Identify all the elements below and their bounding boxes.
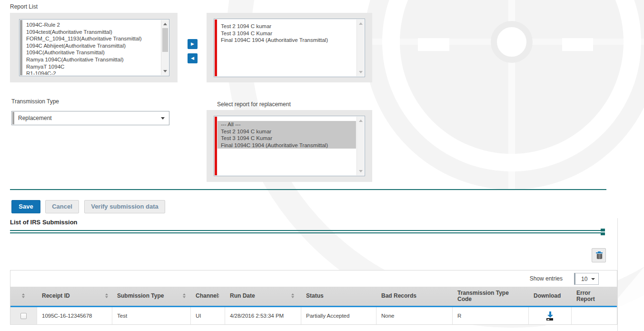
cell-status: Partially Accepted [301,307,376,324]
cell-bad-records: None [376,307,453,324]
listbox-accent-bar-red [215,20,217,76]
report-listbox[interactable]: 1094C-Rule 21094ctest(Authoritative Tran… [19,19,169,76]
header-channel[interactable]: Channel [191,287,225,306]
header-transmission-type-code[interactable]: Transmission Type Code [453,287,529,306]
divider-handle [601,232,605,235]
transmission-type-select[interactable]: Replacement [11,111,169,125]
list-item[interactable]: Ramya 1094C(Authoritative Transmittal) [23,56,160,63]
sort-icon[interactable] [105,293,108,298]
save-button[interactable]: Save [11,200,40,213]
chevron-down-icon [161,117,165,120]
header-error-report[interactable]: Error Report [572,287,618,306]
section-divider [10,189,606,190]
scroll-down-icon[interactable] [359,71,363,73]
cell-error-report [572,307,618,324]
list-item[interactable]: 1094C Abhijeet(Authoritative Transmittal… [23,42,160,50]
scroll-down-icon[interactable] [163,70,167,72]
header-run-date[interactable]: Run Date [225,287,301,306]
list-item[interactable]: 1094ctest(Authoritative Transmittal) [23,29,160,36]
list-item-selected[interactable]: Test 2 1094 C kumar [218,128,356,135]
header-download[interactable]: Download [529,287,572,306]
list-item-selected[interactable]: Test 3 1094 C Kumar [218,135,356,142]
trash-icon [596,252,603,253]
heading-divider-bottom [10,232,602,233]
table-toolbar: Show entries 10 [10,271,617,287]
row-select-cell [10,307,37,324]
select-accent-bar [12,112,14,124]
sort-icon[interactable] [22,293,25,298]
listbox-accent-bar [20,20,22,75]
scroll-up-icon[interactable] [359,120,363,122]
list-item[interactable]: Final 1094C 1904 (Authoritative Transmit… [218,37,356,44]
list-item-selected[interactable]: Final 1094C 1904 (Authoritative Transmit… [218,142,356,149]
replacement-items: --- All ---Test 2 1094 C kumarTest 3 109… [218,121,356,175]
scroll-up-icon[interactable] [163,23,167,25]
report-list-items: 1094C-Rule 21094ctest(Authoritative Tran… [23,21,160,75]
selected-reports-items: Test 2 1094 C kumarTest 3 1094 C KumarFi… [218,23,356,76]
replacement-panel: --- All ---Test 2 1094 C kumarTest 3 109… [207,110,372,182]
cell-receipt-id: 1095C-16-12345678 [37,307,112,324]
list-item[interactable]: Test 3 1094 C Kumar [218,30,356,37]
header-receipt-id[interactable]: Receipt ID [37,287,112,306]
cell-submission-type: Test [112,307,191,324]
irs-submission-heading: List of IRS Submission [10,219,78,226]
list-item[interactable]: 1094C-Rule 2 [23,21,160,29]
selected-reports-panel: Test 2 1094 C kumarTest 3 1094 C KumarFi… [207,13,372,82]
transmission-type-label: Transmission Type [11,98,59,105]
cell-channel: UI [191,307,225,324]
replacement-listbox[interactable]: --- All ---Test 2 1094 C kumarTest 3 109… [214,116,365,176]
delete-submissions-button[interactable] [592,248,606,262]
divider-handle [601,229,605,231]
verify-submission-data-button[interactable]: Verify submission data [84,200,165,213]
move-right-button[interactable]: ▶ [188,39,198,49]
heading-divider-top [10,230,602,231]
header-submission-type[interactable]: Submission Type [112,287,191,306]
sort-icon[interactable] [217,293,219,298]
list-item[interactable]: RamyaT 1094C [23,63,160,70]
selected-reports-listbox[interactable]: Test 2 1094 C kumarTest 3 1094 C KumarFi… [214,19,365,77]
scrollbar[interactable] [357,20,364,76]
submissions-table: Show entries 10 Receipt ID Submission Ty… [10,270,617,325]
cancel-button[interactable]: Cancel [45,200,79,213]
trash-icon [597,254,602,259]
header-status[interactable]: Status [301,287,376,306]
header-select-column[interactable] [10,287,37,306]
cell-transmission-type-code: R [453,307,529,324]
list-item-selected[interactable]: --- All --- [218,121,356,128]
row-checkbox[interactable] [20,313,27,319]
list-item[interactable]: R1-1094C-2 [23,70,160,75]
page: Report List 1094C-Rule 21094ctest(Author… [0,0,644,331]
page-size-select[interactable]: 10 [574,273,599,285]
show-entries-label: Show entries [530,275,563,282]
sort-icon[interactable] [183,293,186,298]
transmission-type-value: Replacement [18,111,52,125]
scrollbar[interactable] [357,117,364,175]
scroll-down-icon[interactable] [359,170,363,172]
chevron-down-icon [591,278,595,280]
list-item[interactable]: 1094C(Authoritative Transmittal) [23,49,160,56]
cell-run-date: 4/28/2016 2:53:34 PM [225,307,301,324]
sort-icon[interactable] [291,293,294,298]
report-list-label: Report List [10,3,38,10]
report-list-panel: 1094C-Rule 21094ctest(Authoritative Tran… [10,13,178,82]
table-row: 1095C-16-12345678 Test UI 4/28/2016 2:53… [10,307,617,324]
scrollbar[interactable] [161,20,168,75]
scrollbar-thumb[interactable] [162,28,168,52]
replacement-list-label: Select report for replacement [217,101,291,108]
cell-download [529,307,572,324]
list-item[interactable]: FORM_C_1094_1193(Authoritative Transmitt… [23,35,160,42]
listbox-accent-bar-red [215,117,217,175]
list-item[interactable]: Test 2 1094 C kumar [218,23,356,30]
page-size-value: 10 [581,273,587,284]
header-bad-records[interactable]: Bad Records [376,287,453,306]
table-header: Receipt ID Submission Type Channel Run D… [10,287,617,306]
download-icon[interactable] [545,311,555,321]
scroll-up-icon[interactable] [359,22,363,25]
move-left-button[interactable]: ◀ [188,53,198,63]
